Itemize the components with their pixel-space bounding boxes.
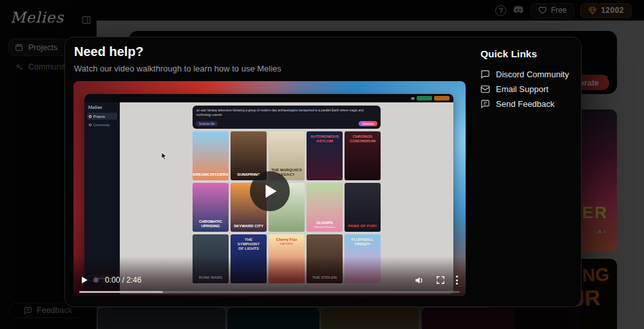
thumb-green-badge bbox=[417, 96, 432, 100]
thumb-surprise-button: Surprise Me bbox=[196, 121, 218, 126]
audio-track-icon bbox=[93, 277, 99, 283]
quick-link-label: Send Feedback bbox=[496, 99, 554, 109]
thumb-sidebar: Melies Projects Community Feedback bbox=[84, 102, 120, 294]
thumb-discord-icon bbox=[411, 97, 415, 100]
thumb-titlebar bbox=[84, 94, 453, 102]
mail-icon bbox=[480, 84, 490, 94]
feedback-icon bbox=[480, 99, 490, 109]
quick-links: Quick Links Discord Community Email Supp… bbox=[480, 48, 573, 111]
thumb-logo: Melies bbox=[88, 105, 117, 110]
quick-link-label: Discord Community bbox=[496, 70, 569, 79]
quick-link-feedback[interactable]: Send Feedback bbox=[480, 97, 573, 111]
quick-link-email[interactable]: Email Support bbox=[480, 82, 573, 97]
thumb-prompt-text: an epic fantasy adventure following a gr… bbox=[196, 108, 377, 117]
thumb-poster-grid: DREAMCATCHERS SUNSPRING THE MARQUIS'S LE… bbox=[193, 131, 381, 283]
thumb-prompt-box: an epic fantasy adventure following a gr… bbox=[193, 106, 381, 129]
thumb-poster: CHROMATIC UPRISING bbox=[193, 183, 229, 232]
thumb-nav-community: Community bbox=[87, 121, 117, 128]
thumb-poster: DREAMCATCHERS bbox=[193, 131, 229, 180]
thumb-credits-badge bbox=[434, 96, 450, 100]
modal-subtitle: Watch our video walkthrough to learn how… bbox=[74, 64, 281, 73]
chat-bubble-icon bbox=[480, 70, 490, 79]
quick-link-label: Email Support bbox=[496, 84, 549, 94]
thumb-nav-projects: Projects bbox=[87, 113, 117, 120]
thumb-poster: GLOOPS Delicious Dilemma bbox=[307, 183, 343, 232]
volume-icon[interactable] bbox=[414, 276, 425, 285]
video-progress-bar[interactable] bbox=[79, 291, 460, 293]
cursor-icon bbox=[161, 152, 168, 160]
thumb-poster: AUTONOMOUS ASYLUM bbox=[307, 131, 343, 180]
video-time: 0:00 / 2:46 bbox=[105, 276, 142, 285]
more-options-icon[interactable] bbox=[456, 276, 458, 285]
thumb-generate-button: Generate bbox=[359, 121, 377, 126]
fullscreen-icon[interactable] bbox=[436, 276, 445, 285]
play-icon[interactable] bbox=[81, 276, 88, 284]
video-controls: 0:00 / 2:46 bbox=[81, 273, 458, 287]
help-modal: Need help? Watch our video walkthrough t… bbox=[64, 37, 582, 307]
video-player[interactable]: an epic fantasy adventure following a gr… bbox=[73, 81, 466, 296]
modal-title: Need help? bbox=[74, 44, 144, 59]
play-button[interactable] bbox=[250, 171, 290, 211]
quick-links-heading: Quick Links bbox=[480, 48, 573, 60]
thumb-poster: CHRONOS CONUNDRUM bbox=[345, 131, 381, 180]
thumb-poster: PAWS OF FURY bbox=[345, 183, 381, 232]
video-buffer bbox=[79, 291, 163, 293]
quick-link-discord[interactable]: Discord Community bbox=[480, 67, 573, 82]
